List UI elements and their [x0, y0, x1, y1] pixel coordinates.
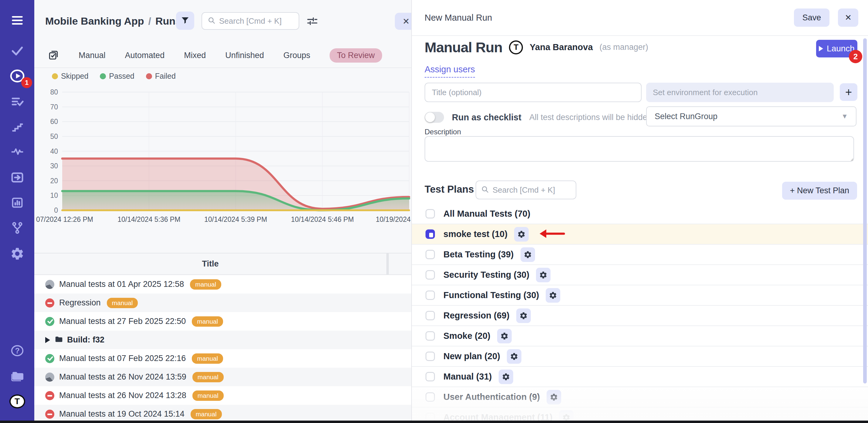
integrations-branch-icon[interactable] [0, 218, 34, 237]
breadcrumb-separator: / [148, 15, 151, 27]
run-title[interactable]: Regression [59, 298, 101, 308]
plan-checkbox[interactable] [426, 250, 435, 259]
plan-settings-button[interactable] [497, 329, 512, 343]
close-runs-panel-button[interactable]: ✕ [395, 13, 411, 30]
save-button[interactable]: Save [794, 8, 830, 27]
plan-settings-button[interactable] [499, 369, 513, 384]
checklist-toggle[interactable] [425, 112, 444, 123]
import-icon[interactable] [0, 168, 34, 187]
table-row[interactable]: Manual tests at 01 Apr 2025 12:58 manual [34, 275, 411, 293]
test-plan-row[interactable]: smoke test (10) [412, 224, 868, 245]
plan-checkbox[interactable] [426, 311, 435, 320]
test-plan-row[interactable]: New plan (20) [412, 346, 868, 367]
test-plan-row[interactable]: Manual (31) [412, 367, 868, 387]
run-title-input[interactable] [425, 83, 642, 102]
runs-search-input[interactable] [219, 17, 293, 26]
plan-settings-button[interactable] [547, 390, 561, 404]
settings-gear-icon[interactable] [0, 244, 34, 263]
environment-input[interactable] [646, 83, 834, 102]
test-plan-row[interactable]: Regression (69) [412, 306, 868, 326]
panel-scrollbar[interactable] [863, 38, 867, 384]
breadcrumb-project[interactable]: Mobile Banking App [45, 15, 144, 27]
pulse-icon[interactable] [0, 142, 34, 161]
column-divider[interactable] [386, 253, 389, 274]
select-all-icon[interactable] [48, 49, 59, 62]
filter-button[interactable] [176, 11, 194, 30]
plan-label[interactable]: User Authentication (9) [443, 392, 540, 402]
run-title[interactable]: Manual tests at 27 Feb 2025 22:50 [59, 317, 186, 326]
test-plan-row[interactable]: Functional Testing (30) [412, 285, 868, 306]
results-list-icon[interactable] [0, 92, 34, 111]
rungroup-select[interactable]: Select RunGroup ▼ [646, 106, 857, 126]
plan-checkbox[interactable] [426, 351, 435, 361]
run-title[interactable]: Manual tests at 01 Apr 2025 12:58 [59, 280, 184, 289]
assign-users-link[interactable]: Assign users [425, 64, 475, 78]
test-plan-row[interactable]: User Authentication (9) [412, 387, 868, 407]
tab-to-review[interactable]: To Review [330, 48, 382, 63]
folder-icon [54, 335, 63, 345]
plan-label[interactable]: Beta Testing (39) [443, 250, 514, 259]
projects-folder-icon[interactable] [0, 366, 34, 386]
run-title[interactable]: Manual tests at 26 Nov 2024 13:28 [59, 391, 186, 400]
plan-checkbox[interactable] [426, 209, 435, 219]
plan-checkbox[interactable] [426, 372, 435, 382]
plan-label[interactable]: Regression (69) [443, 311, 509, 320]
help-icon[interactable]: ? [0, 341, 34, 360]
plan-checkbox[interactable] [426, 392, 435, 402]
table-row[interactable]: Manual tests at 27 Feb 2025 22:50 manual [34, 312, 411, 331]
new-test-plan-button[interactable]: + New Test Plan [782, 182, 857, 200]
tab-automated[interactable]: Automated [125, 51, 165, 60]
close-panel-button[interactable]: ✕ [838, 8, 858, 27]
plan-label[interactable]: Functional Testing (30) [443, 290, 539, 300]
run-heading: Manual Run [425, 39, 502, 56]
plan-label[interactable]: New plan (20) [443, 351, 500, 361]
run-title[interactable]: Manual tests at 26 Nov 2024 13:59 [59, 372, 186, 382]
table-row[interactable]: Manual tests at 19 Oct 2024 15:14 manual [34, 405, 411, 423]
analytics-icon[interactable] [0, 193, 34, 213]
red-arrow-annotation [538, 228, 565, 241]
column-header-title[interactable]: Title [34, 253, 386, 274]
test-plan-row[interactable]: Beta Testing (39) [412, 245, 868, 265]
plan-checkbox[interactable] [426, 331, 435, 341]
run-title[interactable]: Manual tests at 07 Feb 2025 22:16 [59, 354, 186, 363]
table-row[interactable]: Manual tests at 26 Nov 2024 13:28 manual [34, 386, 411, 405]
tab-groups[interactable]: Groups [283, 51, 310, 60]
manager-avatar[interactable]: T [509, 40, 523, 54]
plan-checkbox[interactable] [426, 290, 435, 300]
tab-mixed[interactable]: Mixed [184, 51, 206, 60]
plan-label[interactable]: smoke test (10) [443, 229, 507, 239]
plan-settings-button[interactable] [507, 349, 521, 364]
menu-icon[interactable] [0, 11, 34, 30]
test-plans-search-input[interactable] [493, 186, 571, 195]
run-type-badge: manual [190, 279, 221, 290]
table-row[interactable]: Regression manual [34, 293, 411, 312]
expand-arrow-icon[interactable] [45, 337, 50, 343]
test-plan-row[interactable]: Smoke (20) [412, 326, 868, 346]
steps-icon[interactable] [0, 117, 34, 136]
test-plan-row[interactable]: All Manual Tests (70) [412, 204, 868, 224]
plan-label[interactable]: All Manual Tests (70) [443, 209, 530, 219]
add-environment-button[interactable]: + [840, 83, 857, 101]
table-row[interactable]: Manual tests at 07 Feb 2025 22:16 manual [34, 349, 411, 368]
plan-checkbox[interactable] [426, 270, 435, 280]
plan-settings-button[interactable] [521, 247, 535, 262]
view-settings-button[interactable] [306, 16, 319, 27]
tab-manual[interactable]: Manual [79, 51, 105, 60]
run-title[interactable]: Manual tests at 19 Oct 2024 15:14 [59, 409, 185, 419]
plan-label[interactable]: Manual (31) [443, 372, 492, 382]
app-logo[interactable]: T [0, 392, 34, 411]
tab-unfinished[interactable]: Unfinished [225, 51, 264, 60]
plan-settings-button[interactable] [514, 227, 529, 242]
group-title[interactable]: Build: f32 [67, 335, 104, 345]
table-group-row[interactable]: Build: f32 [34, 331, 411, 349]
description-textarea[interactable] [425, 136, 854, 162]
plan-label[interactable]: Smoke (20) [443, 331, 491, 341]
plan-label[interactable]: Security Testing (30) [443, 270, 529, 280]
test-plan-row[interactable]: Security Testing (30) [412, 265, 868, 285]
plan-checkbox[interactable] [426, 229, 435, 239]
table-row[interactable]: Manual tests at 26 Nov 2024 13:59 manual [34, 368, 411, 386]
tests-check-icon[interactable] [0, 41, 34, 60]
plan-settings-button[interactable] [546, 288, 560, 303]
plan-settings-button[interactable] [536, 268, 551, 282]
plan-settings-button[interactable] [516, 308, 531, 323]
